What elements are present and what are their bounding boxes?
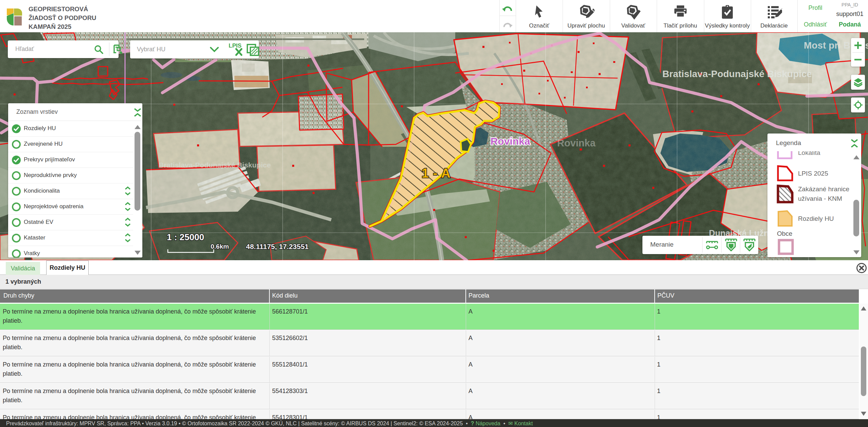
- svg-text:Bratislava-Podunajské Biskupic: Bratislava-Podunajské Biskupice: [159, 161, 271, 169]
- svg-text:48.11175, 17.23551: 48.11175, 17.23551: [246, 243, 309, 250]
- svg-text:Bratislava-Podunajské Biskupic: Bratislava-Podunajské Biskupice: [662, 69, 812, 79]
- svg-text:1 : 25000: 1 : 25000: [167, 232, 204, 242]
- svg-text:Rovinka: Rovinka: [491, 136, 530, 147]
- svg-text:1 - A: 1 - A: [422, 166, 451, 180]
- svg-text:LPIS: LPIS: [229, 42, 242, 49]
- svg-text:0.6km: 0.6km: [211, 243, 229, 250]
- svg-text:Rovinka: Rovinka: [557, 138, 596, 148]
